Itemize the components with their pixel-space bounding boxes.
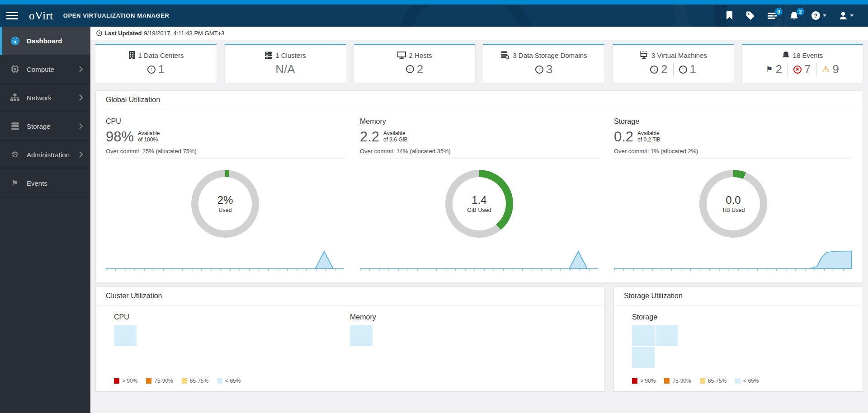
masthead: oVirt OPEN VIRTUALIZATION MANAGER 0	[0, 5, 868, 27]
card-clusters[interactable]: 1 Clusters N/A	[225, 44, 346, 83]
na-value: N/A	[275, 62, 295, 76]
help-icon: ?	[811, 11, 820, 20]
cluster-utilization-panel: Cluster Utilization CPU Memory > 90%	[95, 286, 604, 391]
up-count: 3	[546, 62, 552, 76]
vertical-nav: Dashboard Compute	[0, 27, 90, 413]
card-title: 2 Hosts	[409, 52, 432, 59]
available-label: Available	[383, 130, 405, 136]
user-icon	[839, 11, 847, 20]
panel-title: Storage Utilization	[614, 287, 863, 305]
card-title: 3 Virtual Machines	[651, 52, 707, 59]
arrow-circle-up-icon: ↑	[406, 65, 414, 73]
column-title: Memory	[360, 117, 599, 126]
donut-value: 1.4	[472, 194, 486, 206]
chevron-down-icon	[850, 14, 854, 17]
column-title: Storage	[614, 117, 853, 126]
monitor-icon	[397, 52, 406, 59]
divider	[360, 159, 599, 159]
heatmap-label-cpu: CPU	[114, 313, 350, 321]
masthead-decoration	[398, 5, 533, 27]
arrow-circle-up-icon: ↑	[535, 66, 543, 74]
heatmap-legend: > 90% 75-90% 65-75% < 65%	[96, 378, 604, 391]
notifications-bell-icon[interactable]: 2	[783, 5, 805, 27]
card-events[interactable]: 18 Events ⚑2 ✕7 ⚠9	[742, 44, 863, 83]
bookmark-icon[interactable]	[719, 5, 740, 27]
card-hosts[interactable]: 2 Hosts ↑2	[354, 44, 475, 83]
available-value: 0.2	[614, 131, 633, 143]
masthead-actions: 0 2 ?	[719, 5, 860, 27]
memory-utilization-column: Memory 2.2 Available of 3.6 GiB Over com…	[360, 117, 599, 275]
value-divider	[788, 63, 788, 76]
divider	[106, 159, 344, 159]
last-updated-label: Last Updated	[104, 30, 142, 37]
card-data-centers[interactable]: 1 Data Centers ↑1	[95, 44, 217, 83]
menu-toggle-icon[interactable]	[6, 12, 18, 19]
cluster-memory-heatmap-cell[interactable]	[350, 325, 373, 346]
bell-icon	[782, 51, 790, 59]
flag-icon: ⚑	[766, 66, 773, 73]
legend-swatch-gt90	[632, 378, 637, 384]
panel-title: Cluster Utilization	[96, 287, 604, 305]
legend-swatch-gt90	[114, 378, 119, 384]
available-value: 2.2	[360, 131, 379, 143]
ovirt-logo[interactable]: oVirt	[29, 9, 53, 22]
sidebar-item-administration[interactable]: ⚙ Administration	[0, 141, 90, 169]
storage-disks-icon	[9, 122, 20, 131]
legend-swatch-lt65	[735, 378, 741, 384]
storage-heatmap-cell[interactable]	[632, 325, 655, 346]
value-divider	[816, 63, 816, 76]
legend-label: < 65%	[743, 378, 759, 384]
memory-sparkline-chart[interactable]	[360, 248, 599, 273]
donut-value: 0.0	[726, 194, 741, 206]
memory-donut-chart[interactable]: 1.4 GiB Used	[445, 170, 513, 238]
network-sitemap-icon	[9, 94, 20, 102]
sidebar-item-events[interactable]: ⚑ Events	[0, 169, 90, 197]
tag-icon[interactable]	[740, 5, 761, 27]
storage-utilization-column: Storage 0.2 Available of 0.2 TiB Over co…	[614, 117, 853, 275]
sidebar-item-storage[interactable]: Storage	[0, 112, 90, 141]
card-storage-domains[interactable]: 3 Data Storage Domains ↑3	[483, 44, 604, 83]
global-utilization-panel: Global Utilization CPU 98% Available of …	[95, 90, 863, 283]
legend-swatch-75-90	[146, 378, 151, 384]
card-title: 18 Events	[793, 52, 823, 59]
legend-label: < 65%	[225, 378, 241, 384]
sidebar-item-dashboard[interactable]: Dashboard	[0, 27, 90, 55]
available-of: of 0.2 TiB	[637, 136, 660, 143]
card-virtual-machines[interactable]: 3 Virtual Machines ↓2 ↑1	[613, 44, 734, 83]
last-updated-bar: Last Updated 9/19/2017, 4:11:43 PM GMT+3	[90, 27, 868, 40]
storage-utilization-panel: Storage Utilization Storage	[613, 286, 863, 391]
storage-sparkline-chart[interactable]	[614, 248, 853, 273]
donut-label: GiB Used	[467, 207, 491, 213]
overcommit-text: Over commit: 25% (allocated 75%)	[106, 148, 344, 155]
heatmap-legend: > 90% 75-90% 65-75% < 65%	[614, 378, 863, 391]
sidebar-item-label: Administration	[27, 151, 70, 159]
sidebar-item-network[interactable]: Network	[0, 84, 90, 112]
cpu-donut-chart[interactable]: 2% Used	[191, 170, 259, 238]
column-title: CPU	[106, 117, 344, 126]
up-count: 2	[417, 62, 423, 76]
cpu-sparkline-chart[interactable]	[106, 248, 344, 273]
tasks-icon[interactable]: 0	[761, 5, 783, 27]
arrow-circle-down-icon: ↓	[650, 66, 658, 74]
available-value: 98%	[106, 131, 134, 143]
cluster-cpu-heatmap-cell[interactable]	[114, 325, 137, 346]
storage-heatmap-cell[interactable]	[632, 347, 655, 368]
storage-heatmap-cell[interactable]	[656, 325, 678, 346]
top-accent-strip	[0, 0, 868, 5]
help-menu[interactable]: ?	[805, 5, 833, 27]
summary-cards: 1 Data Centers ↑1 1 Cluster	[90, 40, 868, 83]
arrow-circle-up-icon: ↑	[679, 66, 687, 74]
sidebar-item-label: Network	[27, 94, 52, 102]
heatmap-label-storage: Storage	[632, 313, 844, 321]
legend-label: 75-90%	[154, 378, 173, 384]
alert-count: 2	[775, 62, 782, 76]
building-icon	[128, 51, 135, 59]
user-menu[interactable]	[833, 5, 860, 27]
available-label: Available	[637, 130, 659, 136]
available-label: Available	[138, 130, 160, 136]
storage-donut-chart[interactable]: 0.0 TiB Used	[699, 170, 767, 238]
arrow-circle-up-icon: ↑	[147, 66, 156, 74]
warning-triangle-icon: ⚠	[822, 65, 830, 74]
sidebar-item-compute[interactable]: Compute	[0, 55, 90, 84]
up-count: 1	[158, 62, 165, 76]
